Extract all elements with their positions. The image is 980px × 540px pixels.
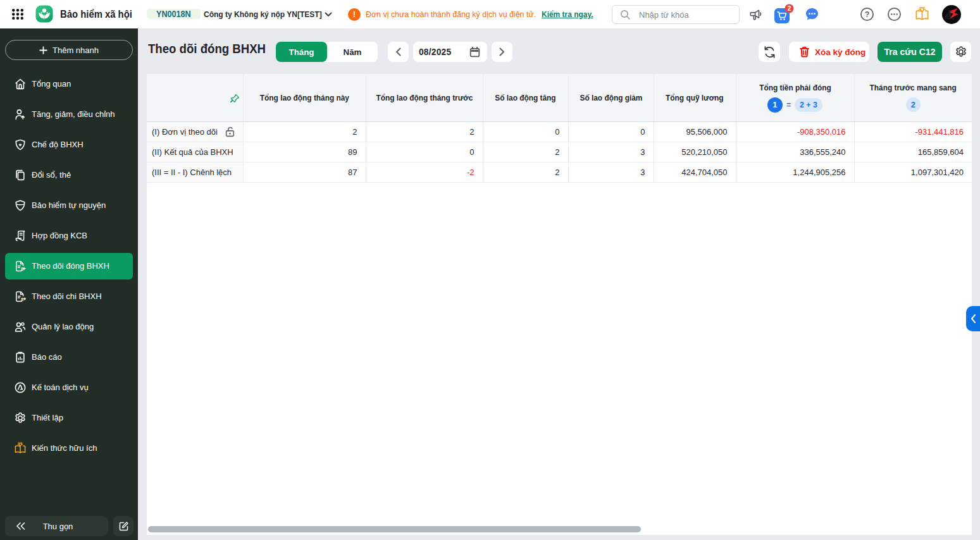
svg-text:?: ?	[865, 10, 870, 19]
svg-text:2: 2	[788, 4, 791, 11]
svg-text:8: 8	[21, 297, 23, 301]
svg-text:8: 8	[21, 266, 23, 271]
